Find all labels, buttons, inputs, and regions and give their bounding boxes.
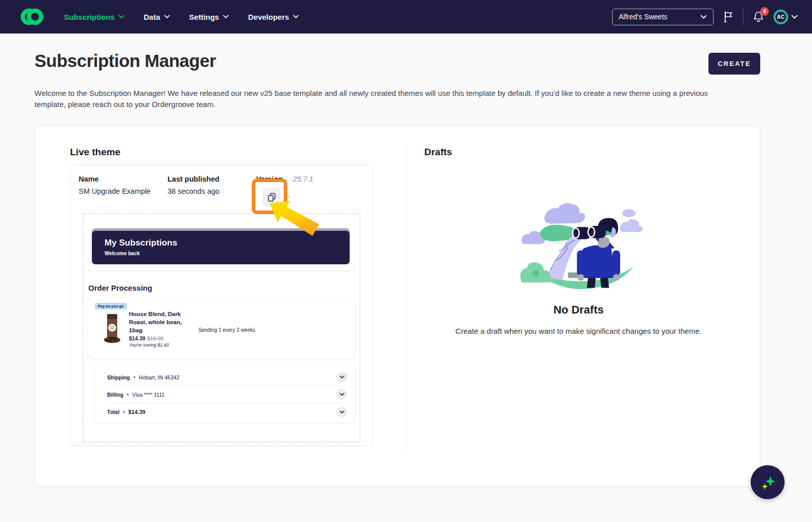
savings-note: You're saving $1.60 [129, 342, 169, 347]
summary-value: $14.39 [128, 409, 146, 415]
shipping-frequency: Sending 1 every 2 weeks [198, 327, 255, 333]
chevron-down-icon[interactable] [791, 15, 798, 19]
user-avatar[interactable]: AC [773, 10, 788, 24]
notification-count-badge: 4 [760, 7, 769, 16]
sparkles-icon [758, 472, 778, 493]
no-drafts-illustration [512, 195, 645, 289]
summary-row-shipping: Shipping • Hobart, IN 46342 [107, 369, 347, 386]
order-processing-heading: Order Processing [88, 284, 152, 292]
summary-value: Hobart, IN 46342 [139, 374, 179, 380]
product-title-line: 1bag [129, 326, 182, 334]
chevron-down-icon [293, 15, 299, 19]
ordergroove-logo-icon[interactable] [19, 6, 45, 28]
old-price: $15.99 [147, 335, 163, 341]
merchant-name: Alfred's Sweets [619, 13, 667, 21]
product-title: House Blend, Dark Roast, whole bean, 1ba… [129, 310, 182, 334]
no-drafts-caption: Create a draft when you want to make sig… [406, 327, 751, 335]
expand-billing-button[interactable] [336, 389, 347, 400]
dot-separator: • [127, 392, 129, 397]
summary-row-billing: Billing • Visa **** 1111 [107, 386, 347, 403]
product-title-line: Roast, whole bean, [129, 318, 182, 326]
banner-subtitle: Welcome back [105, 251, 350, 256]
dot-separator: • [133, 374, 136, 380]
summary-label: Billing [107, 392, 123, 398]
order-summary-card: Shipping • Hobart, IN 46342 Billing • Vi… [95, 365, 355, 423]
product-title-line: House Blend, Dark [129, 310, 182, 318]
last-published-label: Last published [167, 175, 219, 183]
chevron-down-icon [118, 15, 124, 19]
flag-icon [723, 11, 734, 23]
top-navbar: Subscriptions Data Settings Developers A… [0, 0, 812, 33]
dot-separator: • [123, 409, 125, 415]
panel-divider [406, 144, 407, 450]
intro-paragraph: Welcome to the Subscription Manager! We … [35, 88, 740, 110]
chevron-down-icon [700, 15, 707, 19]
nav-item-developers[interactable]: Developers [248, 13, 299, 21]
product-image [102, 311, 123, 344]
no-drafts-title: No Drafts [406, 303, 751, 317]
nav-item-label: Data [144, 13, 160, 21]
summary-label: Total [107, 409, 119, 415]
copy-version-button[interactable] [262, 188, 281, 206]
chevron-down-icon [340, 393, 345, 396]
theme-name-label: Name [79, 175, 99, 183]
chevron-down-icon [340, 375, 345, 379]
copy-icon [267, 193, 276, 202]
avatar-initials: AC [775, 12, 786, 22]
product-price: $14.39$15.99 [129, 335, 163, 341]
version-label: Version [256, 175, 283, 183]
summary-row-total: Total • $14.39 [107, 403, 347, 421]
nav-item-label: Developers [248, 13, 289, 21]
nav-item-label: Subscriptions [64, 13, 115, 21]
page-title: Subscription Manager [35, 51, 216, 71]
live-theme-heading: Live theme [70, 147, 120, 158]
theme-name-value: SM Upgrade Example [79, 187, 151, 195]
expand-shipping-button[interactable] [336, 372, 347, 382]
chevron-down-icon [223, 15, 229, 19]
my-subscriptions-banner: My Subscriptions Welcome back [92, 231, 350, 264]
theme-preview: My Subscriptions Welcome back Order Proc… [83, 214, 360, 442]
version-value: 25.7.1 [293, 175, 313, 183]
merchant-selector[interactable]: Alfred's Sweets [612, 9, 714, 25]
product-card: Pay-as-you-go House Blend, Dark Roast, w… [88, 297, 355, 358]
nav-item-data[interactable]: Data [144, 13, 170, 21]
pay-as-you-go-tag: Pay-as-you-go [95, 303, 127, 309]
notifications-button[interactable]: 4 [753, 11, 764, 23]
nav-item-label: Settings [189, 13, 219, 21]
summary-label: Shipping [107, 374, 130, 380]
create-button[interactable]: CREATE [708, 53, 760, 75]
chevron-down-icon [340, 410, 345, 414]
assistant-fab-button[interactable] [751, 465, 785, 499]
banner-title: My Subscriptions [105, 238, 350, 248]
nav-item-settings[interactable]: Settings [189, 13, 229, 21]
last-published-value: 38 seconds ago [167, 187, 219, 195]
current-price: $14.39 [129, 335, 145, 341]
chevron-down-icon [164, 15, 170, 19]
flag-button[interactable] [723, 11, 734, 23]
navbar-divider [743, 8, 743, 25]
truncated-text: . [287, 191, 289, 199]
drafts-heading: Drafts [424, 147, 452, 158]
expand-total-button[interactable] [336, 407, 347, 417]
nav-item-subscriptions[interactable]: Subscriptions [64, 13, 124, 21]
preview-header-card: My Subscriptions Welcome back [87, 225, 355, 270]
summary-value: Visa **** 1111 [132, 392, 164, 398]
